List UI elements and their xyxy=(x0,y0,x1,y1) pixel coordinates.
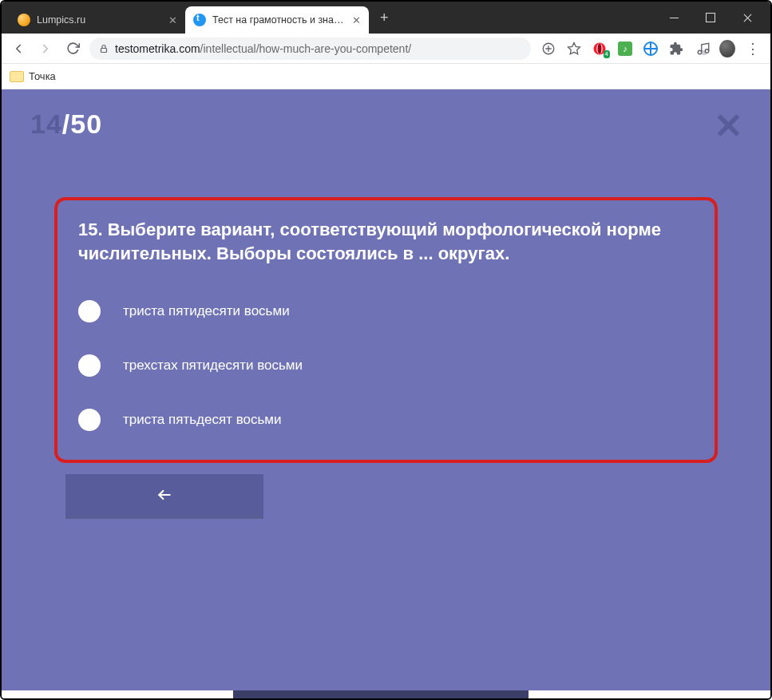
url-path: /intellectual/how-much-are-you-competent… xyxy=(200,42,412,55)
address-bar[interactable]: testometrika.com/intellectual/how-much-a… xyxy=(89,38,531,60)
opera-badge: 4 xyxy=(604,50,610,58)
folder-icon xyxy=(10,71,24,82)
tab-title: Тест на грамотность и знание р xyxy=(212,14,346,26)
bookmark-star-icon[interactable] xyxy=(566,41,582,57)
highlight-box: 15. Выберите вариант, соответствующий мо… xyxy=(54,197,718,463)
scrollbar-thumb[interactable] xyxy=(233,690,529,698)
bookmarks-bar: Точка xyxy=(2,64,770,89)
tab-strip: Lumpics.ru ✕ Тест на грамотность и знани… xyxy=(2,2,655,34)
close-tab-icon[interactable]: ✕ xyxy=(352,14,361,26)
page-content: 14 / 50 ✕ 15. Выберите вариант, соответс… xyxy=(2,89,770,698)
install-app-icon[interactable] xyxy=(540,41,556,57)
progress-counter: 14 / 50 xyxy=(2,89,770,140)
favicon-testometrika xyxy=(193,14,206,26)
radio-icon xyxy=(78,300,101,322)
radio-icon xyxy=(78,354,101,377)
lock-icon xyxy=(99,44,109,53)
bookmark-item[interactable]: Точка xyxy=(29,70,56,82)
previous-question-button[interactable] xyxy=(65,474,263,516)
answer-option[interactable]: трехстах пятидесяти восьми xyxy=(78,354,694,377)
toolbar-extensions: 4 ♪ ⋮ xyxy=(537,41,764,57)
extensions-puzzle-icon[interactable] xyxy=(668,41,684,57)
favicon-lumpics xyxy=(18,14,30,26)
horizontal-scrollbar[interactable] xyxy=(2,690,770,698)
answer-text: трехстах пятидесяти восьми xyxy=(123,358,303,374)
forward-button[interactable] xyxy=(35,38,56,59)
close-quiz-icon[interactable]: ✕ xyxy=(714,105,743,146)
url-host: testometrika.com xyxy=(115,42,200,55)
answer-text: триста пятьдесят восьми xyxy=(123,412,282,428)
question-card: 15. Выберите вариант, соответствующий мо… xyxy=(54,197,718,516)
tab-title: Lumpics.ru xyxy=(37,14,162,26)
profile-avatar[interactable] xyxy=(719,41,735,57)
svg-rect-0 xyxy=(101,48,107,52)
progress-total: 50 xyxy=(70,109,102,140)
answers-list: триста пятидесяти восьми трехстах пятиде… xyxy=(78,300,694,431)
answer-text: триста пятидесяти восьми xyxy=(123,303,290,319)
opera-extension-icon[interactable]: 4 xyxy=(592,41,608,57)
maximize-button[interactable] xyxy=(692,2,729,34)
window-controls xyxy=(655,2,770,34)
question-text: 15. Выберите вариант, соответствующий мо… xyxy=(78,218,694,265)
url-text: testometrika.com/intellectual/how-much-a… xyxy=(115,42,411,55)
titlebar: Lumpics.ru ✕ Тест на грамотность и знани… xyxy=(2,2,770,34)
minimize-button[interactable] xyxy=(655,2,692,34)
back-button[interactable] xyxy=(8,38,29,59)
media-control-icon[interactable] xyxy=(694,41,710,57)
close-window-button[interactable] xyxy=(729,2,766,34)
svg-marker-4 xyxy=(568,42,580,53)
radio-icon xyxy=(78,409,101,431)
tab-testometrika[interactable]: Тест на грамотность и знание р ✕ xyxy=(185,6,369,34)
music-extension-icon[interactable]: ♪ xyxy=(617,41,633,57)
new-tab-button[interactable]: + xyxy=(369,10,400,26)
close-tab-icon[interactable]: ✕ xyxy=(168,14,177,26)
translate-extension-icon[interactable] xyxy=(643,41,659,57)
toolbar: testometrika.com/intellectual/how-much-a… xyxy=(2,34,770,64)
svg-point-7 xyxy=(597,43,601,54)
reload-button[interactable] xyxy=(62,38,83,59)
chrome-menu-button[interactable]: ⋮ xyxy=(745,41,761,57)
answer-option[interactable]: триста пятьдесят восьми xyxy=(78,409,694,431)
tab-lumpics[interactable]: Lumpics.ru ✕ xyxy=(10,6,185,34)
answer-option[interactable]: триста пятидесяти восьми xyxy=(78,300,694,322)
progress-separator: / xyxy=(62,109,70,140)
progress-current: 14 xyxy=(30,109,62,140)
